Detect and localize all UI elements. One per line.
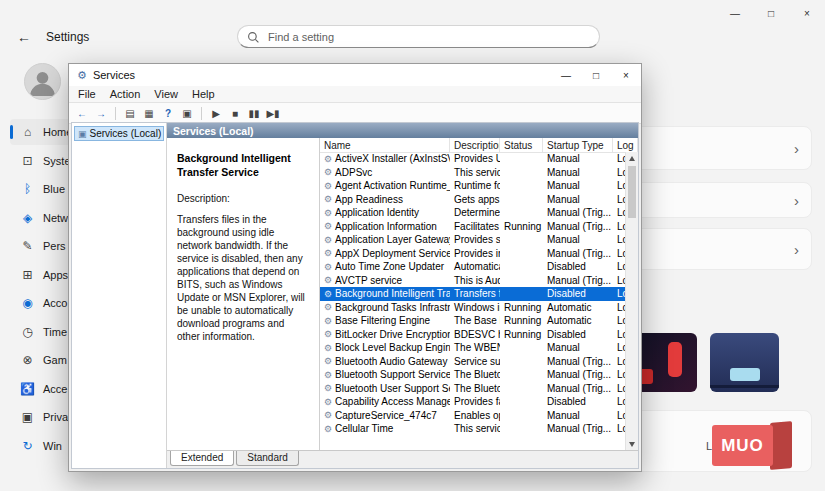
action-pane-button[interactable]: ▣ [179, 105, 195, 121]
service-description: Determines ... [450, 207, 500, 218]
export-list-button[interactable]: ▦ [141, 105, 157, 121]
table-row[interactable]: ⚙Application Layer Gateway ...Provides s… [320, 233, 626, 247]
pane-header: Services (Local) [167, 123, 638, 138]
service-name-cell: ⚙Application Identity [320, 207, 450, 218]
table-row[interactable]: ⚙Agent Activation Runtime_...Runtime for… [320, 179, 626, 193]
tab-extended[interactable]: Extended [170, 451, 234, 466]
apps-icon: ⊞ [20, 268, 35, 282]
back-arrow-icon: ← [17, 29, 31, 45]
back-button[interactable]: ← [74, 105, 90, 121]
table-row[interactable]: ⚙ActiveX Installer (AxInstSV)Provides Us… [320, 152, 626, 166]
toolbar-separator [115, 107, 116, 120]
table-row[interactable]: ⚙Bluetooth User Support Ser...The Blueto… [320, 382, 626, 396]
system-icon: ⊡ [20, 154, 35, 168]
menu-file[interactable]: File [71, 88, 103, 100]
service-name-cell: ⚙Background Intelligent Tran... [320, 288, 450, 299]
description-label: Description: [177, 193, 309, 204]
column-header-name[interactable]: Name [320, 138, 450, 152]
service-name: App Readiness [335, 194, 403, 205]
settings-search [237, 25, 600, 48]
muo-logo: MUO [712, 425, 773, 466]
column-header-description[interactable]: Description [450, 138, 500, 152]
services-window: ⚙ Services —□× FileActionViewHelp ←→▤▦?▣… [68, 63, 642, 472]
service-name: Bluetooth Audio Gateway S... [335, 356, 450, 367]
maximize-button[interactable]: □ [753, 0, 789, 26]
table-row[interactable]: ⚙Capability Access Manager ...Provides f… [320, 395, 626, 409]
service-gear-icon: ⚙ [324, 208, 332, 218]
scroll-up-button[interactable] [626, 152, 638, 164]
services-titlebar[interactable]: ⚙ Services —□× [69, 64, 641, 86]
service-startup-type: Manual [543, 167, 613, 178]
restart-service-button[interactable]: ▶▮ [265, 105, 281, 121]
muo-watermark: MUO [712, 422, 792, 469]
tree-item-services-local[interactable]: ▣ Services (Local) [74, 126, 164, 141]
sidebar-item-label: Apps [43, 269, 68, 281]
table-row[interactable]: ⚙Application InformationFacilitates t...… [320, 220, 626, 234]
service-name-cell: ⚙Application Layer Gateway ... [320, 234, 450, 245]
close-button[interactable]: × [789, 0, 825, 26]
close-button[interactable]: × [611, 64, 641, 86]
column-header-status[interactable]: Status [500, 138, 543, 152]
show-console-tree-button[interactable]: ▤ [122, 105, 138, 121]
service-startup-type: Disabled [543, 261, 613, 272]
service-gear-icon: ⚙ [324, 235, 332, 245]
minimize-button[interactable]: — [717, 0, 753, 26]
menu-help[interactable]: Help [185, 88, 222, 100]
table-row[interactable]: ⚙Background Intelligent Tran...Transfers… [320, 287, 626, 301]
table-row[interactable]: ⚙App ReadinessGets apps re...ManualLoc [320, 193, 626, 207]
service-startup-type: Manual (Trig... [543, 356, 613, 367]
scroll-down-button[interactable] [626, 438, 638, 450]
table-row[interactable]: ⚙CaptureService_474c7Enables opti...Manu… [320, 409, 626, 423]
sidebar-item-label: Time [43, 326, 67, 338]
service-gear-icon: ⚙ [324, 424, 332, 434]
table-row[interactable]: ⚙Base Filtering EngineThe Base Fil...Run… [320, 314, 626, 328]
start-service-button[interactable]: ▶ [208, 105, 224, 121]
menu-view[interactable]: View [147, 88, 185, 100]
back-button[interactable]: ← [14, 27, 34, 47]
service-name-cell: ⚙Bluetooth User Support Ser... [320, 383, 450, 394]
service-gear-icon: ⚙ [324, 181, 332, 191]
service-description: This is Audi... [450, 275, 500, 286]
tab-standard[interactable]: Standard [236, 451, 299, 466]
table-row[interactable]: ⚙ADPSvcThis service ...ManualLoc [320, 166, 626, 180]
service-status: Running [500, 315, 543, 326]
table-row[interactable]: ⚙Bluetooth Support ServiceThe Blueto...M… [320, 368, 626, 382]
avatar[interactable] [24, 63, 61, 100]
pause-service-button[interactable]: ▮▮ [246, 105, 262, 121]
service-gear-icon: ⚙ [324, 248, 332, 258]
vertical-scrollbar[interactable] [625, 152, 638, 450]
maximize-button[interactable]: □ [581, 64, 611, 86]
table-row[interactable]: ⚙Cellular TimeThis service ...Manual (Tr… [320, 422, 626, 436]
service-startup-type: Manual [543, 153, 613, 164]
service-gear-icon: ⚙ [324, 275, 332, 285]
service-name-cell: ⚙Capability Access Manager ... [320, 396, 450, 407]
theme-preview-blue[interactable] [710, 333, 779, 392]
column-header-startup-type[interactable]: Startup Type [543, 138, 613, 152]
service-name-cell: ⚙AppX Deployment Service (... [320, 248, 450, 259]
table-row[interactable]: ⚙Background Tasks Infrastru...Windows in… [320, 301, 626, 315]
arrow-up-icon [629, 156, 635, 161]
table-row[interactable]: ⚙Block Level Backup Engine ...The WBENG.… [320, 341, 626, 355]
search-input[interactable] [237, 25, 600, 48]
sidebar-item-label: Priva [43, 411, 68, 423]
table-row[interactable]: ⚙AppX Deployment Service (...Provides in… [320, 247, 626, 261]
scrollbar-thumb[interactable] [628, 166, 636, 218]
service-startup-type: Disabled [543, 329, 613, 340]
tree-item-label: Services (Local) [90, 128, 162, 139]
services-app-icon: ⚙ [77, 69, 87, 82]
minimize-button[interactable]: — [551, 64, 581, 86]
service-name-cell: ⚙Base Filtering Engine [320, 315, 450, 326]
table-row[interactable]: ⚙Application IdentityDetermines ...Manua… [320, 206, 626, 220]
menu-action[interactable]: Action [103, 88, 148, 100]
privacy-security-icon: ▣ [20, 410, 35, 424]
column-header-log-on-as[interactable]: Log [613, 138, 638, 152]
table-row[interactable]: ⚙AVCTP serviceThis is Audi...Manual (Tri… [320, 274, 626, 288]
table-row[interactable]: ⚙Bluetooth Audio Gateway S...Service sup… [320, 355, 626, 369]
service-name-cell: ⚙Background Tasks Infrastru... [320, 302, 450, 313]
table-row[interactable]: ⚙BitLocker Drive Encryption ...BDESVC ho… [320, 328, 626, 342]
stop-service-button[interactable]: ■ [227, 105, 243, 121]
sidebar-item-label: Netw [43, 212, 68, 224]
help-button[interactable]: ? [160, 105, 176, 121]
table-row[interactable]: ⚙Auto Time Zone UpdaterAutomatica...Disa… [320, 260, 626, 274]
forward-button[interactable]: → [93, 105, 109, 121]
